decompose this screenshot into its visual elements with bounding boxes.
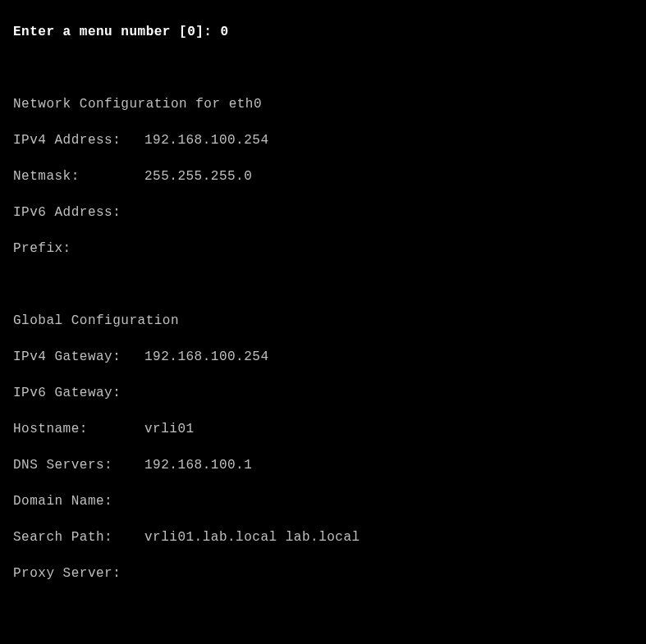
dns-servers-row: DNS Servers:192.168.100.1 — [13, 456, 633, 474]
dns-servers-value: 192.168.100.1 — [144, 458, 252, 473]
blank-line — [13, 59, 633, 77]
prompt-text: Enter a menu number [0]: — [13, 25, 221, 39]
globalcfg-title: Global Configuration — [13, 312, 633, 330]
netmask-row: Netmask:255.255.255.0 — [13, 167, 633, 185]
ipv4-gateway-row: IPv4 Gateway:192.168.100.254 — [13, 348, 633, 366]
domain-name-label: Domain Name: — [13, 492, 144, 510]
netmask-label: Netmask: — [13, 167, 144, 185]
blank-line — [13, 601, 633, 619]
terminal-screen[interactable]: Enter a menu number [0]: 0 Network Confi… — [0, 0, 646, 644]
ipv6-gateway-label: IPv6 Gateway: — [13, 384, 144, 402]
ipv6-gateway-row: IPv6 Gateway: — [13, 384, 633, 402]
prompt-input-value: 0 — [221, 25, 229, 39]
netmask-value: 255.255.255.0 — [144, 169, 252, 184]
ipv4-address-label: IPv4 Address: — [13, 131, 144, 149]
prefix-row: Prefix: — [13, 240, 633, 258]
ipv4-address-row: IPv4 Address:192.168.100.254 — [13, 131, 633, 149]
blank-line — [13, 276, 633, 294]
proxy-server-row: Proxy Server: — [13, 564, 633, 582]
search-path-row: Search Path:vrli01.lab.local lab.local — [13, 528, 633, 546]
proxy-server-label: Proxy Server: — [13, 564, 144, 582]
search-path-value: vrli01.lab.local lab.local — [144, 530, 360, 545]
ipv4-address-value: 192.168.100.254 — [144, 133, 269, 148]
prefix-label: Prefix: — [13, 240, 144, 258]
netcfg-title: Network Configuration for eth0 — [13, 95, 633, 113]
blank-line — [13, 637, 633, 644]
menu-prompt-1: Enter a menu number [0]: 0 — [13, 23, 633, 41]
hostname-value: vrli01 — [144, 422, 195, 436]
ipv4-gateway-label: IPv4 Gateway: — [13, 348, 144, 366]
domain-name-row: Domain Name: — [13, 492, 633, 510]
ipv6-address-label: IPv6 Address: — [13, 203, 144, 222]
ipv6-address-row: IPv6 Address: — [13, 203, 633, 222]
ipv4-gateway-value: 192.168.100.254 — [144, 349, 269, 364]
search-path-label: Search Path: — [13, 528, 144, 546]
dns-servers-label: DNS Servers: — [13, 456, 144, 474]
hostname-row: Hostname:vrli01 — [13, 420, 633, 438]
hostname-label: Hostname: — [13, 420, 144, 438]
